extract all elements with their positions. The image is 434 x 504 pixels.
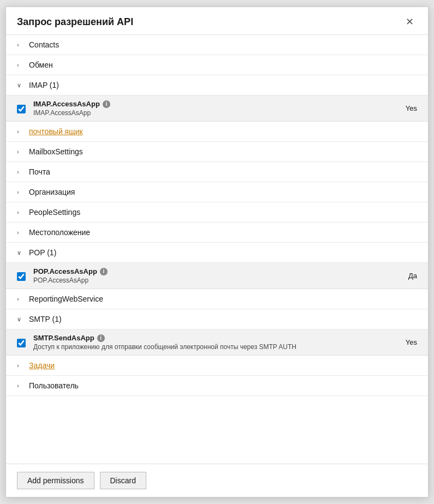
checkbox-area-imap-access bbox=[17, 104, 33, 113]
section-label-contacts: Contacts bbox=[29, 40, 59, 49]
chevron-icon-mailboxsettings: › bbox=[17, 148, 25, 155]
perm-name-text-pop-access: POP.AccessAsApp bbox=[33, 267, 97, 275]
section-label-tasks: Задачи bbox=[29, 361, 55, 370]
checkbox-area-pop-access bbox=[17, 271, 33, 281]
section-header-obmen[interactable]: ›Обмен bbox=[6, 55, 428, 75]
section-label-obmen: Обмен bbox=[29, 61, 53, 69]
section-label-peoplesettings: PeopleSettings bbox=[29, 208, 80, 217]
perm-info-imap-access: IMAP.AccessAsAppiIMAP.AccessAsApp bbox=[33, 100, 384, 117]
dialog: Запрос разрешений API ✕ ›Contacts›Обмен∨… bbox=[5, 7, 429, 497]
chevron-icon-user: › bbox=[17, 382, 25, 389]
section-header-user[interactable]: ›Пользователь bbox=[6, 376, 428, 396]
perm-desc-pop-access: POP.AccessAsApp bbox=[33, 277, 384, 284]
section-label-imap: IMAP (1) bbox=[29, 81, 59, 89]
perm-desc-imap-access: IMAP.AccessAsApp bbox=[33, 109, 384, 117]
perm-desc-smtp-send: Доступ к приложению для отправки сообщен… bbox=[33, 343, 384, 351]
section-label-pop: POP (1) bbox=[29, 248, 56, 257]
chevron-icon-mail: › bbox=[17, 169, 25, 175]
section-label-reportingwebservice: ReportingWebService bbox=[29, 295, 103, 303]
section-header-pop[interactable]: ∨POP (1) bbox=[6, 243, 428, 263]
permission-row-smtp-send: SMTP.SendAsAppiДоступ к приложению для о… bbox=[6, 329, 428, 356]
discard-button[interactable]: Discard bbox=[100, 472, 146, 489]
section-header-location[interactable]: ›Местоположение bbox=[6, 223, 428, 243]
perm-value-imap-access: Yes bbox=[384, 104, 417, 112]
section-header-mailbox[interactable]: ›почтовый ящик bbox=[6, 122, 428, 142]
section-label-org: Организация bbox=[29, 188, 75, 196]
chevron-icon-location: › bbox=[17, 229, 25, 236]
perm-name-text-imap-access: IMAP.AccessAsApp bbox=[33, 100, 100, 108]
info-icon-pop-access[interactable]: i bbox=[100, 268, 108, 275]
section-header-contacts[interactable]: ›Contacts bbox=[6, 35, 428, 55]
checkbox-area-smtp-send bbox=[17, 338, 33, 347]
permission-row-imap-access: IMAP.AccessAsAppiIMAP.AccessAsAppYes bbox=[6, 95, 428, 122]
section-header-mail[interactable]: ›Почта bbox=[6, 162, 428, 182]
dialog-title: Запрос разрешений API bbox=[17, 16, 133, 28]
section-header-imap[interactable]: ∨IMAP (1) bbox=[6, 75, 428, 95]
section-header-mailboxsettings[interactable]: ›MailboxSettings bbox=[6, 142, 428, 162]
section-label-location: Местоположение bbox=[29, 228, 90, 237]
checkbox-pop-access[interactable] bbox=[17, 272, 26, 281]
chevron-icon-mailbox: › bbox=[17, 128, 25, 135]
chevron-icon-org: › bbox=[17, 189, 25, 195]
dialog-footer: Add permissions Discard bbox=[6, 464, 428, 497]
chevron-icon-pop: ∨ bbox=[17, 249, 25, 256]
perm-name-smtp-send: SMTP.SendAsAppi bbox=[33, 334, 384, 342]
chevron-icon-peoplesettings: › bbox=[17, 209, 25, 215]
perm-info-pop-access: POP.AccessAsAppiPOP.AccessAsApp bbox=[33, 267, 384, 284]
perm-value-pop-access: Да bbox=[384, 272, 417, 280]
section-header-smtp[interactable]: ∨SMTP (1) bbox=[6, 309, 428, 329]
section-label-mailboxsettings: MailboxSettings bbox=[29, 147, 83, 156]
add-permissions-button[interactable]: Add permissions bbox=[17, 472, 94, 489]
section-label-mailbox: почтовый ящик bbox=[29, 127, 83, 136]
checkbox-imap-access[interactable] bbox=[17, 105, 26, 113]
chevron-icon-obmen: › bbox=[17, 62, 25, 68]
perm-name-imap-access: IMAP.AccessAsAppi bbox=[33, 100, 384, 108]
section-label-smtp: SMTP (1) bbox=[29, 315, 62, 323]
dialog-body: ›Contacts›Обмен∨IMAP (1)IMAP.AccessAsApp… bbox=[6, 35, 428, 464]
chevron-icon-contacts: › bbox=[17, 41, 25, 48]
chevron-icon-imap: ∨ bbox=[17, 82, 25, 89]
chevron-icon-reportingwebservice: › bbox=[17, 296, 25, 302]
perm-name-text-smtp-send: SMTP.SendAsApp bbox=[33, 334, 94, 342]
perm-name-pop-access: POP.AccessAsAppi bbox=[33, 267, 384, 275]
perm-info-smtp-send: SMTP.SendAsAppiДоступ к приложению для о… bbox=[33, 334, 384, 351]
checkbox-smtp-send[interactable] bbox=[17, 339, 26, 347]
info-icon-imap-access[interactable]: i bbox=[103, 100, 110, 108]
perm-value-smtp-send: Yes bbox=[384, 338, 417, 346]
section-header-reportingwebservice[interactable]: ›ReportingWebService bbox=[6, 289, 428, 309]
close-button[interactable]: ✕ bbox=[402, 16, 417, 28]
permission-row-pop-access: POP.AccessAsAppiPOP.AccessAsAppДа bbox=[6, 263, 428, 289]
section-label-user: Пользователь bbox=[29, 381, 79, 390]
section-header-tasks[interactable]: ›Задачи bbox=[6, 356, 428, 376]
dialog-header: Запрос разрешений API ✕ bbox=[6, 7, 428, 35]
section-label-mail: Почта bbox=[29, 167, 50, 176]
chevron-icon-smtp: ∨ bbox=[17, 316, 25, 323]
info-icon-smtp-send[interactable]: i bbox=[97, 334, 105, 342]
chevron-icon-tasks: › bbox=[17, 362, 25, 369]
section-header-peoplesettings[interactable]: ›PeopleSettings bbox=[6, 202, 428, 223]
section-header-org[interactable]: ›Организация bbox=[6, 182, 428, 202]
